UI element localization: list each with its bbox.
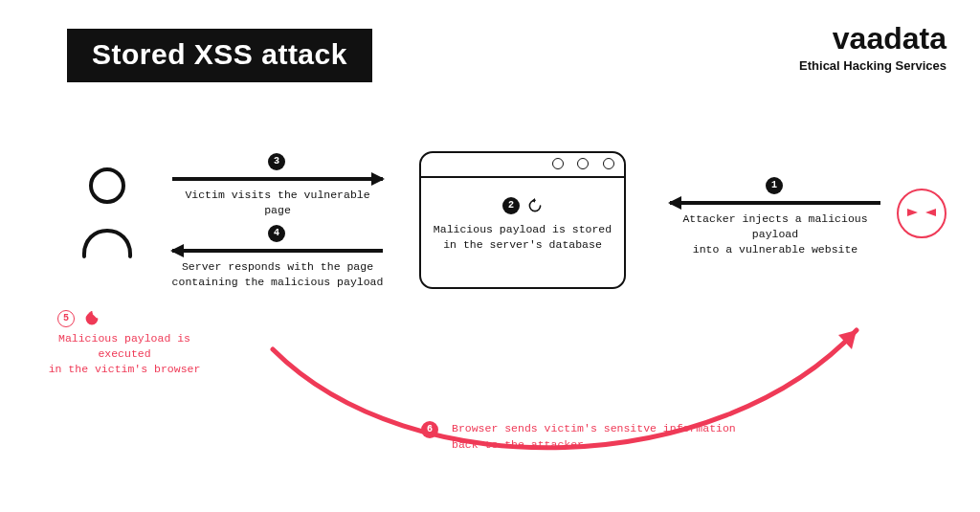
victim-icon	[77, 165, 138, 260]
step-number-1: 1	[766, 177, 783, 194]
arrow-step-1	[670, 201, 880, 205]
svg-marker-4	[838, 330, 857, 349]
svg-point-0	[91, 169, 123, 202]
server-window: 2 Malicious payload is storedin the serv…	[419, 151, 626, 289]
step-3-label: Victim visits the vulnerable page	[172, 188, 383, 218]
brand-logo: vaadata Ethical Hacking Services	[799, 21, 947, 73]
brand-tagline: Ethical Hacking Services	[799, 58, 947, 73]
window-dot	[577, 158, 589, 169]
step-6-marker: 6 Browser sends victim's sensitve inform…	[421, 421, 736, 453]
step-1-label: Attacker injects a malicious payloadinto…	[660, 211, 890, 257]
step-2-label: Malicious payload is storedin the server…	[421, 222, 624, 252]
attacker-icon	[896, 188, 947, 239]
step-4-label: Server responds with the pagecontaining …	[163, 259, 392, 290]
payload-icon	[84, 311, 100, 326]
brand-wordmark: vaadata	[799, 21, 947, 56]
window-dot	[552, 158, 564, 169]
step-number-2: 2	[502, 197, 520, 214]
step-number-4: 4	[268, 225, 285, 242]
window-titlebar	[421, 153, 624, 178]
step-5-label: Malicious payload is executedin the vict…	[29, 331, 220, 377]
diagram-stage: Stored XSS attack vaadata Ethical Hackin…	[0, 0, 980, 512]
arrow-step-3	[172, 177, 383, 181]
window-controls	[547, 157, 614, 174]
page-title: Stored XSS attack	[67, 29, 372, 82]
step-number-6: 6	[421, 421, 438, 438]
svg-point-2	[898, 189, 946, 237]
step-2-marker: 2	[421, 197, 624, 214]
arrow-step-4	[172, 249, 383, 253]
step-5-marker: 5	[57, 310, 100, 327]
step-6-label: Browser sends victim's sensitve informat…	[452, 421, 736, 453]
payload-icon	[527, 198, 543, 213]
step-number-5: 5	[57, 310, 75, 327]
step-number-3: 3	[268, 153, 285, 170]
window-dot	[603, 158, 614, 169]
svg-marker-1	[532, 198, 535, 203]
